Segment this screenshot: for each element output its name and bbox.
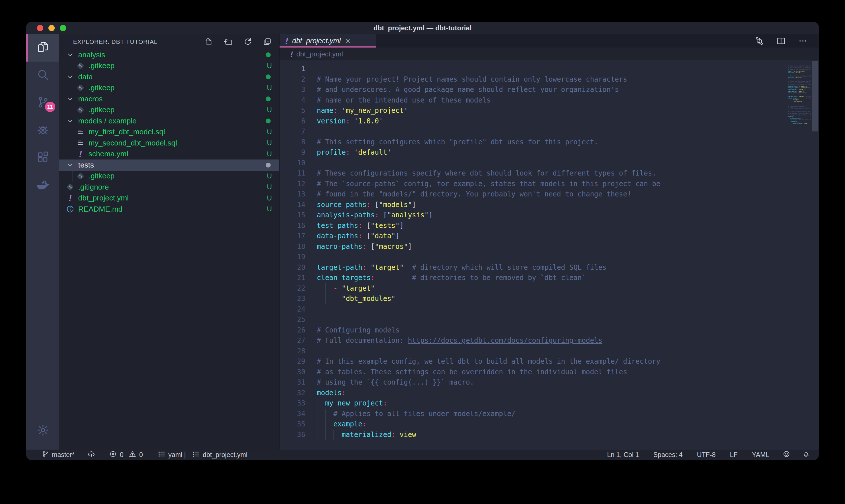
status-problems-errors[interactable]: 0 [109, 450, 124, 460]
sql-file-icon [76, 138, 85, 147]
code-line-22[interactable]: 22 - "target" [280, 283, 819, 294]
collapse-folders-button[interactable] [263, 37, 272, 47]
status-feedback[interactable] [783, 450, 790, 460]
status-cursor-position[interactable]: Ln 1, Col 1 [607, 451, 639, 459]
code-line-9[interactable]: 9profile: 'default' [280, 147, 819, 158]
status-linter-file[interactable]: dbt_project.yml [192, 450, 248, 460]
status-language-mode[interactable]: YAML [752, 451, 769, 459]
code-line-28[interactable]: 28 [280, 346, 819, 357]
code-line-3[interactable]: 3# and underscores. A good package name … [280, 85, 819, 95]
code-editor[interactable]: 12# Name your project! Project names sho… [280, 60, 819, 450]
tree-item-file-readme[interactable]: README.mdU [59, 204, 279, 215]
code-line-36[interactable]: 36 materialized: view [280, 430, 819, 440]
code-line-21[interactable]: 21clean-targets: # directories to be rem… [280, 273, 819, 283]
tree-item-folder-tests[interactable]: tests [59, 160, 279, 171]
open-changes-button[interactable] [754, 36, 764, 46]
status-indentation[interactable]: Spaces: 4 [653, 451, 683, 459]
git-file-icon [66, 182, 75, 192]
tree-item-file-gitkeep-macros[interactable]: .gitkeepU [59, 105, 279, 116]
line-number: 13 [280, 189, 305, 200]
activity-item-search[interactable] [26, 61, 59, 89]
zoom-window-button[interactable] [60, 25, 66, 31]
tree-item-file-gitkeep-data[interactable]: .gitkeepU [59, 83, 279, 94]
activity-item-extensions[interactable] [26, 144, 59, 172]
status-notifications[interactable] [802, 450, 810, 460]
status-problems-warnings-label: 0 [139, 451, 143, 459]
status-encoding[interactable]: UTF-8 [697, 451, 716, 459]
code-line-31[interactable]: 31# using the `{{ config(...) }}` macro. [280, 377, 819, 388]
code-line-10[interactable]: 10 [280, 158, 819, 168]
code-line-32[interactable]: 32models: [280, 388, 819, 398]
code-line-25[interactable]: 25 [280, 314, 819, 325]
status-problems-warnings[interactable]: 0 [129, 450, 143, 460]
activity-item-settings[interactable] [26, 417, 59, 445]
code-line-8[interactable]: 8# This setting configures which "profil… [280, 137, 819, 147]
status-eol[interactable]: LF [730, 451, 738, 459]
breadcrumb-item-file[interactable]: dbt_project.yml [296, 50, 343, 58]
tree-item-file-gitkeep-tests[interactable]: .gitkeepU [59, 171, 279, 182]
status-sync-button[interactable] [88, 450, 95, 460]
tree-item-folder-macros[interactable]: macros [59, 93, 279, 105]
tree-item-folder-data[interactable]: data [59, 71, 279, 83]
code-line-13[interactable]: 13# found in the "models/" directory. Yo… [280, 189, 819, 200]
code-line-23[interactable]: 23 - "dbt_modules" [280, 293, 819, 304]
new-file-button[interactable] [204, 37, 213, 47]
tree-item-folder-models-example[interactable]: models / example [59, 115, 279, 127]
code-line-34[interactable]: 34 # Applies to all files under models/e… [280, 409, 819, 419]
tree-item-file-gitignore[interactable]: .gitignoreU [59, 182, 279, 193]
code-line-20[interactable]: 20target-path: "target" # directory whic… [280, 262, 819, 273]
line-number: 21 [280, 273, 305, 283]
code-line-4[interactable]: 4# name or the intended use of these mod… [280, 95, 819, 106]
code-line-29[interactable]: 29# In this example config, we tell dbt … [280, 356, 819, 367]
close-tab-icon[interactable]: × [345, 37, 350, 45]
tree-item-file-my-first-dbt-model[interactable]: my_first_dbt_model.sqlU [59, 127, 279, 138]
tree-item-folder-analysis[interactable]: analysis [59, 49, 279, 60]
code-line-1[interactable]: 1 [280, 64, 819, 74]
minimap[interactable]: # Name your project! Project names shoul… [788, 64, 811, 124]
sidebar-explorer: EXPLORER: DBT-TUTORIAL analysis.gitkeepU… [59, 34, 280, 450]
code-line-16[interactable]: 16test-paths: ["tests"] [280, 220, 819, 231]
code-line-30[interactable]: 30# as tables. These settings can be ove… [280, 367, 819, 377]
code-line-33[interactable]: 33 my_new_project: [280, 398, 819, 409]
code-line-7[interactable]: 7 [280, 126, 819, 137]
activity-item-explorer[interactable] [26, 34, 59, 61]
code-line-35[interactable]: 35 example: [280, 419, 819, 430]
code-line-27[interactable]: 27# Full documentation: https://docs.get… [280, 335, 819, 346]
close-window-button[interactable] [37, 25, 43, 31]
activity-item-run-debug[interactable] [26, 116, 59, 144]
code-line-2[interactable]: 2# Name your project! Project names shou… [280, 74, 819, 85]
tree-item-file-my-second-dbt-model[interactable]: my_second_dbt_model.sqlU [59, 138, 279, 149]
tree-item-file-gitkeep-analysis[interactable]: .gitkeepU [59, 60, 279, 72]
yaml-alert-icon: ! [66, 194, 75, 203]
code-line-text: test-paths: ["tests"] [317, 220, 403, 231]
code-line-11[interactable]: 11# These configurations specify where d… [280, 168, 819, 179]
line-number: 15 [280, 210, 305, 220]
code-line-text: # In this example config, we tell dbt to… [317, 356, 660, 367]
activity-item-source-control[interactable]: 11 [26, 89, 59, 116]
status-branch-indicator[interactable]: master* [41, 450, 74, 460]
tree-item-file-dbt-project-yml[interactable]: !dbt_project.ymlU [59, 193, 279, 204]
code-line-17[interactable]: 17data-paths: ["data"] [280, 231, 819, 241]
code-line-26[interactable]: 26# Configuring models [280, 325, 819, 336]
code-line-24[interactable]: 24 [280, 304, 819, 315]
code-line-5[interactable]: 5name: 'my_new_project' [280, 105, 819, 116]
chevron-down-icon [66, 116, 75, 125]
code-line-6[interactable]: 6version: '1.0.0' [280, 116, 819, 127]
refresh-explorer-button[interactable] [243, 37, 252, 47]
code-line-18[interactable]: 18macro-paths: ["macros"] [280, 241, 819, 252]
status-linter-yaml[interactable]: yaml | [158, 450, 186, 460]
tree-item-label: .gitkeep [89, 61, 114, 70]
code-line-19[interactable]: 19 [280, 252, 819, 262]
code-line-12[interactable]: 12# The `source-paths` config, for examp… [280, 179, 819, 189]
activity-item-docker[interactable] [26, 172, 59, 199]
tab-dbt-project-yml[interactable]: ! dbt_project.yml × [280, 34, 376, 48]
code-line-14[interactable]: 14source-paths: ["models"] [280, 200, 819, 210]
minimize-window-button[interactable] [49, 25, 55, 31]
more-actions-button[interactable] [798, 36, 808, 46]
new-folder-button[interactable] [224, 37, 233, 47]
split-editor-button[interactable] [776, 36, 786, 46]
window-title: dbt_project.yml — dbt-tutorial [26, 24, 819, 32]
tree-item-file-schema-yml[interactable]: !schema.ymlU [59, 149, 279, 160]
code-line-15[interactable]: 15analysis-paths: ["analysis"] [280, 210, 819, 220]
editor-scrollbar[interactable] [812, 61, 818, 131]
